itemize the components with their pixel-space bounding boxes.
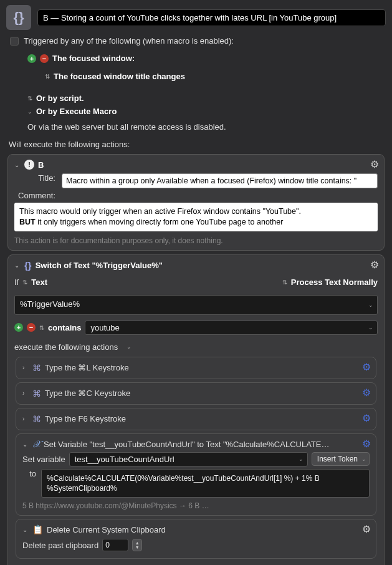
will-execute-label: Will execute the following actions: [9, 140, 130, 149]
comment-bold: BUT [19, 218, 36, 226]
or-by-script-label: Or by script. [36, 94, 84, 103]
or-via-web-label: Or via the web server but all remote acc… [27, 122, 226, 132]
action-b-name: B [38, 160, 44, 170]
stepper-down-icon: ▼ [135, 545, 140, 549]
to-value-textarea[interactable]: %Calculate%CALCULATE(0%Variable%test__yo… [41, 469, 370, 498]
app-icon: {} [6, 5, 31, 30]
delete-past-label: Delete past clipboard [22, 541, 98, 550]
action-comment-card[interactable]: ⚙ ⌄ ! B Title: Comment: This macro would… [7, 154, 385, 251]
disclosure-chevron-icon[interactable]: ⌄ [22, 441, 29, 448]
set-var-footer: 5 B https://www.youtube.com/@MinutePhysi… [22, 501, 370, 510]
gear-icon[interactable]: ⚙ [362, 523, 371, 535]
up-down-icon[interactable]: ⇅ [22, 279, 27, 286]
delete-clipboard-action[interactable]: ⚙ ⌄ 📋 Delete Current System Clipboard De… [16, 519, 376, 559]
up-down-icon[interactable]: ⇅ [39, 324, 44, 331]
keyboard-icon: ⌘ [32, 414, 41, 424]
to-value-text: %Calculate%CALCULATE(0%Variable%test__yo… [47, 474, 320, 493]
clipboard-icon: 📋 [32, 524, 43, 534]
disclosure-chevron-icon[interactable]: › [22, 415, 29, 422]
disclosure-chevron-icon[interactable]: ⌄ [22, 526, 29, 533]
delete-clip-header: Delete Current System Clipboard [47, 525, 166, 534]
up-down-icon[interactable]: ⇅ [45, 73, 50, 80]
comment-line1: This macro would only trigger when an ac… [19, 207, 301, 216]
up-down-icon[interactable]: ⇅ [282, 279, 287, 286]
gear-icon[interactable]: ⚙ [370, 259, 379, 271]
gear-icon[interactable]: ⚙ [362, 438, 371, 450]
trigger-header-label: Triggered by any of the following (when … [24, 36, 234, 46]
type-l-label: Type the ⌘L Keystroke [45, 363, 129, 372]
insert-token-label: Insert Token [317, 455, 358, 463]
set-variable-label: Set variable [22, 455, 65, 464]
chevron-down-icon[interactable]: ⌄ [27, 109, 32, 115]
gear-icon[interactable]: ⚙ [362, 361, 371, 373]
stepper-control[interactable]: ▲ ▼ [132, 539, 142, 551]
trigger-enabled-checkbox[interactable] [10, 37, 19, 46]
type-c-action[interactable]: ⚙ › ⌘ Type the ⌘C Keystroke [16, 382, 376, 405]
switch-icon: {} [24, 260, 32, 271]
text-label: Text [31, 278, 47, 287]
remove-condition-button[interactable]: − [27, 323, 36, 332]
chevron-down-icon[interactable]: ⌄ [368, 324, 373, 331]
disclosure-chevron-icon[interactable]: › [22, 364, 29, 371]
add-condition-button[interactable]: + [14, 323, 23, 332]
action-title-input[interactable] [62, 173, 378, 188]
variable-name-input[interactable]: test__youTubeCountAndUrl ⌄ [69, 452, 308, 466]
if-label: If [14, 278, 19, 287]
disclosure-chevron-icon[interactable]: ⌄ [14, 262, 21, 269]
stepper-up-icon: ▲ [135, 541, 140, 545]
chevron-down-icon[interactable]: ⌄ [368, 302, 373, 308]
chevron-down-icon: ⌄ [361, 456, 366, 462]
comment-textarea[interactable]: This macro would only trigger when an ac… [14, 203, 378, 231]
insert-token-dropdown[interactable]: Insert Token ⌄ [312, 452, 370, 466]
window-title-changes-label: The focused window title changes [54, 72, 185, 81]
gear-icon[interactable]: ⚙ [362, 387, 371, 398]
remove-trigger-button[interactable]: − [40, 54, 49, 63]
title-label: Title: [14, 173, 58, 183]
disclosure-chevron-icon[interactable]: › [22, 390, 29, 397]
contains-input[interactable]: youtube ⌄ [85, 321, 378, 335]
keyboard-icon: ⌘ [32, 363, 41, 373]
chevron-down-icon[interactable]: ⌄ [299, 456, 304, 462]
macro-title-input[interactable] [37, 9, 386, 26]
chevron-down-icon[interactable]: ⌄ [127, 344, 131, 350]
gear-icon[interactable]: ⚙ [362, 412, 371, 424]
variable-name: test__youTubeCountAndUrl [75, 455, 174, 464]
process-text-label: Process Text Normally [291, 278, 378, 287]
or-by-execute-macro-label: Or by Execute Macro [36, 107, 117, 116]
to-label: to [22, 469, 37, 478]
type-f6-action[interactable]: ⚙ › ⌘ Type the F6 Keystroke [16, 408, 376, 430]
keyboard-icon: ⌘ [32, 389, 41, 398]
variable-icon: 𝒳 [32, 439, 40, 450]
up-down-icon[interactable]: ⇅ [27, 95, 32, 102]
gear-icon[interactable]: ⚙ [370, 158, 379, 170]
disclosure-chevron-icon[interactable]: ⌄ [14, 162, 21, 168]
set-variable-action[interactable]: ⚙ ⌄ 𝒳 Set Variable "test__youTubeCountAn… [16, 433, 376, 516]
comment-line2: it only triggers when moving directly fo… [36, 218, 284, 226]
type-f6-label: Type the F6 Keystroke [45, 414, 126, 423]
focused-window-label: The focused window: [52, 54, 135, 63]
trigger-value-text: %TriggerValue% [20, 299, 80, 309]
type-l-action[interactable]: ⚙ › ⌘ Type the ⌘L Keystroke [16, 357, 376, 379]
trigger-value-textarea[interactable]: %TriggerValue% ⌄ [14, 295, 378, 315]
contains-value: youtube [90, 323, 119, 332]
delete-past-value-input[interactable] [102, 539, 128, 551]
action-b-footer: This action is for documentation purpose… [14, 236, 378, 245]
comment-label: Comment: [14, 191, 58, 200]
contains-label: contains [48, 323, 81, 332]
execute-following-label: execute the following actions [14, 342, 118, 352]
set-var-header: Set Variable "test__youTubeCountAndUrl" … [44, 440, 329, 449]
switch-action-card[interactable]: ⚙ ⌄ {} Switch of Text "%TriggerValue%" I… [7, 254, 385, 565]
switch-header: Switch of Text "%TriggerValue%" [36, 261, 163, 270]
type-c-label: Type the ⌘C Keystroke [45, 389, 130, 398]
alert-icon: ! [24, 160, 34, 170]
add-trigger-button[interactable]: + [27, 54, 36, 63]
